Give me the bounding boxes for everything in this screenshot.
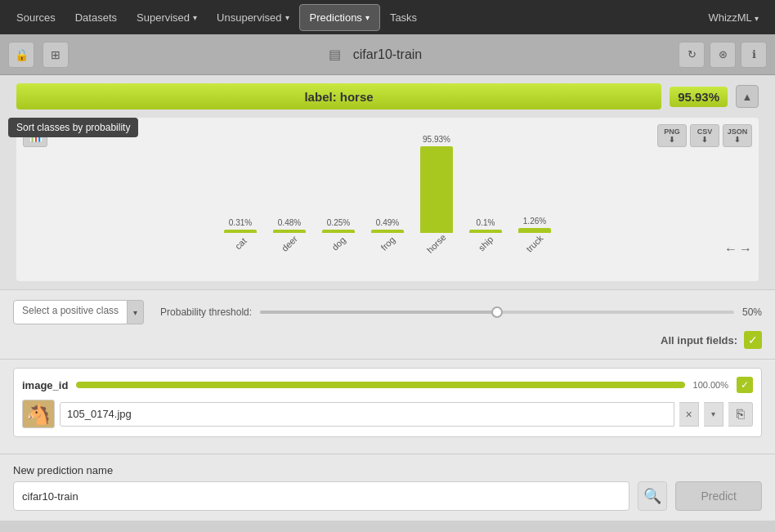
positive-class-select[interactable]: Select a positive class — [13, 300, 128, 324]
threshold-label: Probability threshold: — [160, 306, 252, 318]
nav-user[interactable]: WhizzML ▾ — [698, 5, 768, 30]
chart-nav-right[interactable]: → — [739, 242, 752, 257]
field-pct: 100.00% — [693, 380, 728, 390]
chart-bar-cat: 0.31%cat — [224, 218, 257, 248]
field-check-icon: ✓ — [741, 379, 749, 391]
bar-label-frog: frog — [379, 235, 396, 253]
nav-supervised[interactable]: Supervised ▾ — [127, 5, 207, 30]
bar-label-horse: horse — [425, 232, 448, 255]
chart-bar-ship: 0.1%ship — [469, 218, 502, 248]
predictions-dropdown-arrow: ▾ — [365, 13, 370, 22]
expand-icon: ▲ — [742, 91, 753, 103]
chart-section: label: horse 95.93% ▲ Sort classes by pr… — [0, 75, 775, 289]
nav-unsupervised[interactable]: Unsupervised ▾ — [207, 5, 299, 30]
threshold-value: 50% — [742, 306, 762, 318]
bars-container: 0.31%cat0.48%deer0.25%dog0.49%frog95.93%… — [49, 134, 726, 248]
search-icon: 🔍 — [643, 487, 661, 505]
sort-classes-button[interactable]: Sort classes by probability — [8, 118, 138, 137]
field-value-input[interactable] — [60, 402, 674, 427]
field-header: image_id 100.00% ✓ — [22, 377, 753, 393]
threshold-area: Probability threshold: 50% — [160, 306, 762, 318]
download-json-icon: ⬇ — [734, 136, 741, 144]
pred-name-label: New prediction name — [13, 464, 762, 476]
bar-rect-frog — [371, 230, 404, 233]
prediction-bar: label: horse 95.93% ▲ — [8, 83, 767, 110]
fields-section: image_id 100.00% ✓ 🐴 × ▾ ⎘ — [0, 360, 775, 454]
field-name: image_id — [22, 379, 68, 391]
bar-value-cat: 0.31% — [229, 218, 252, 227]
clear-icon: × — [685, 408, 692, 421]
bar-value-deer: 0.48% — [278, 218, 301, 227]
field-dropdown-button[interactable]: ▾ — [704, 402, 723, 427]
nav-datasets[interactable]: Datasets — [65, 5, 127, 30]
field-check[interactable]: ✓ — [737, 377, 753, 393]
bar-label-truck: truck — [524, 233, 544, 253]
bar-value-horse: 95.93% — [423, 135, 450, 144]
field-thumbnail: 🐴 — [22, 400, 55, 428]
header-title-area: ▤ cifar10-train — [77, 45, 670, 65]
info-icon: ℹ — [752, 48, 756, 60]
chart-bar-truck: 1.26%truck — [518, 217, 551, 248]
refresh-icon: ↻ — [688, 48, 697, 60]
bar-rect-horse — [420, 146, 453, 233]
chart-nav-arrows: ← → — [724, 242, 752, 257]
all-fields-row: All input fields: ✓ — [13, 331, 762, 349]
prediction-name-input[interactable] — [13, 481, 629, 511]
bar-value-truck: 1.26% — [523, 217, 546, 226]
export-png-button[interactable]: PNG ⬇ — [657, 124, 687, 147]
threshold-slider[interactable] — [260, 311, 734, 314]
bar-value-frog: 0.49% — [376, 218, 399, 227]
download-csv-icon: ⬇ — [701, 136, 708, 144]
bar-rect-ship — [469, 230, 502, 233]
info-button[interactable]: ℹ — [741, 42, 767, 68]
chart-bar-dog: 0.25%dog — [322, 218, 355, 248]
nav-tasks[interactable]: Tasks — [380, 5, 427, 30]
bar-rect-truck — [518, 228, 551, 233]
export-csv-button[interactable]: CSV ⬇ — [690, 124, 719, 147]
field-progress — [76, 382, 684, 388]
network-icon: ⊞ — [51, 48, 60, 61]
dropdown-arrow-icon: ▾ — [711, 409, 715, 418]
chart-bar-frog: 0.49%frog — [371, 218, 404, 248]
bar-rect-deer — [273, 230, 306, 233]
bar-label-dog: dog — [329, 235, 347, 252]
export-json-button[interactable]: JSON ⬇ — [723, 124, 752, 147]
predict-button[interactable]: Predict — [675, 481, 762, 511]
lock-button[interactable]: 🔒 — [8, 42, 34, 68]
field-block-image-id: image_id 100.00% ✓ 🐴 × ▾ ⎘ — [13, 368, 762, 437]
file-icon: ⎘ — [737, 407, 745, 422]
bar-label-deer: deer — [280, 234, 299, 253]
download-png-icon: ⬇ — [669, 136, 675, 144]
nav-predictions[interactable]: Predictions ▾ — [299, 4, 380, 31]
pred-name-row: 🔍 Predict — [13, 481, 762, 511]
chart-nav-left[interactable]: ← — [724, 242, 737, 257]
header-bar: 🔒 ⊞ ▤ cifar10-train ↻ ⊛ ℹ — [0, 34, 775, 75]
supervised-dropdown-arrow: ▾ — [193, 13, 197, 22]
check-icon: ✓ — [748, 333, 758, 346]
controls-row: Select a positive class ▾ Probability th… — [13, 300, 762, 324]
code-icon: ⊛ — [719, 48, 728, 60]
refresh-button[interactable]: ↻ — [679, 42, 705, 68]
top-nav: Sources Datasets Supervised ▾ Unsupervis… — [0, 0, 775, 34]
all-fields-label: All input fields: — [661, 334, 737, 346]
field-file-button[interactable]: ⎘ — [728, 402, 753, 427]
network-button[interactable]: ⊞ — [43, 42, 69, 68]
all-fields-check[interactable]: ✓ — [744, 331, 762, 349]
header-right-btns: ↻ ⊛ ℹ — [679, 42, 767, 68]
search-button[interactable]: 🔍 — [638, 481, 667, 511]
horse-thumbnail-icon: 🐴 — [26, 403, 51, 426]
bottom-section: New prediction name 🔍 Predict — [0, 454, 775, 521]
field-clear-button[interactable]: × — [679, 402, 699, 427]
page-title: cifar10-train — [353, 47, 422, 62]
chart-area: 📊 PNG ⬇ CSV ⬇ JSON ⬇ 0.31%cat0.48%deer0.… — [16, 118, 759, 281]
bar-label-ship: ship — [477, 235, 495, 253]
positive-class-dropdown-arrow[interactable]: ▾ — [128, 300, 144, 324]
filter-icon: ▤ — [325, 45, 345, 65]
nav-sources[interactable]: Sources — [7, 5, 65, 30]
field-input-row: 🐴 × ▾ ⎘ — [22, 400, 753, 428]
bar-rect-dog — [322, 230, 355, 233]
bar-value-ship: 0.1% — [477, 218, 495, 227]
user-dropdown-arrow: ▾ — [755, 14, 759, 23]
code-button[interactable]: ⊛ — [710, 42, 736, 68]
expand-button[interactable]: ▲ — [736, 85, 759, 108]
